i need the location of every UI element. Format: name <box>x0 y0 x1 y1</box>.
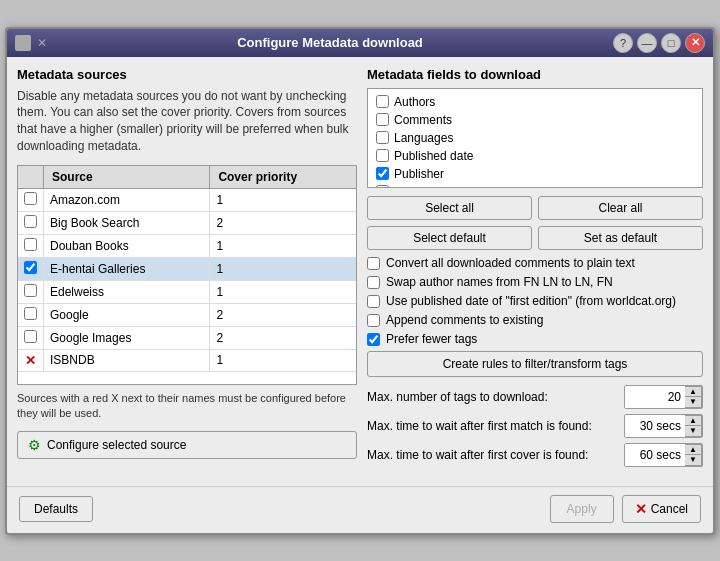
help-button[interactable]: ? <box>613 33 633 53</box>
table-row[interactable]: ✕ISBNDB1 <box>18 349 356 371</box>
window-title: Configure Metadata download <box>47 35 613 50</box>
field-checkbox[interactable] <box>376 185 389 188</box>
spinner-row: Max. time to wait after first match is f… <box>367 414 703 438</box>
option-label: Prefer fewer tags <box>386 332 477 346</box>
source-checkbox[interactable] <box>24 284 37 297</box>
cancel-label: Cancel <box>651 502 688 516</box>
source-checkbox[interactable] <box>24 238 37 251</box>
option-label: Use published date of "first edition" (f… <box>386 294 676 308</box>
source-name: E-hentai Galleries <box>44 257 210 280</box>
table-row[interactable]: Google Images2 <box>18 326 356 349</box>
source-checkbox[interactable] <box>24 307 37 320</box>
close-button[interactable]: ✕ <box>685 33 705 53</box>
option-checkbox[interactable] <box>367 276 380 289</box>
field-checkbox[interactable] <box>376 131 389 144</box>
defaults-button[interactable]: Defaults <box>19 496 93 522</box>
field-label: Languages <box>394 131 453 145</box>
error-icon: ✕ <box>25 353 36 368</box>
option-checkbox[interactable] <box>367 257 380 270</box>
table-row[interactable]: Douban Books1 <box>18 234 356 257</box>
right-panel: Metadata fields to download AuthorsComme… <box>367 67 703 472</box>
field-label: Published date <box>394 149 473 163</box>
field-label: Publisher <box>394 167 444 181</box>
source-checkbox[interactable] <box>24 192 37 205</box>
source-priority: 2 <box>210 211 356 234</box>
spinners-list: Max. number of tags to download:▲▼Max. t… <box>367 385 703 467</box>
source-checkbox[interactable] <box>24 215 37 228</box>
action-buttons: Apply ✕ Cancel <box>550 495 701 523</box>
field-checkbox[interactable] <box>376 113 389 126</box>
source-checkbox[interactable] <box>24 261 37 274</box>
source-name: Douban Books <box>44 234 210 257</box>
field-checkbox[interactable] <box>376 95 389 108</box>
fields-buttons: Select all Clear all <box>367 196 703 220</box>
transform-rules-button[interactable]: Create rules to filter/transform tags <box>367 351 703 377</box>
option-row: Use published date of "first edition" (f… <box>367 294 703 308</box>
spinner-input[interactable] <box>625 386 685 408</box>
select-all-button[interactable]: Select all <box>367 196 532 220</box>
options-list: Convert all downloaded comments to plain… <box>367 256 703 346</box>
field-label: Authors <box>394 95 435 109</box>
bottom-bar: Defaults Apply ✕ Cancel <box>7 486 713 533</box>
spinner-down-button[interactable]: ▼ <box>685 426 701 436</box>
clear-all-button[interactable]: Clear all <box>538 196 703 220</box>
list-item: Rating <box>372 183 698 188</box>
app-icon <box>15 35 31 51</box>
field-checkbox[interactable] <box>376 149 389 162</box>
titlebar: ✕ Configure Metadata download ? — □ ✕ <box>7 29 713 57</box>
table-row[interactable]: Google2 <box>18 303 356 326</box>
source-priority: 2 <box>210 326 356 349</box>
table-row[interactable]: E-hentai Galleries1 <box>18 257 356 280</box>
spinner-down-button[interactable]: ▼ <box>685 455 701 465</box>
source-priority: 2 <box>210 303 356 326</box>
spinner-row: Max. number of tags to download:▲▼ <box>367 385 703 409</box>
configure-icon: ⚙ <box>28 437 41 453</box>
spinner-label: Max. time to wait after first match is f… <box>367 419 618 433</box>
sources-table-container: Source Cover priority Amazon.com1Big Boo… <box>17 165 357 385</box>
source-name: Google <box>44 303 210 326</box>
content-area: Metadata sources Disable any metadata so… <box>7 57 713 482</box>
field-label: Rating <box>394 185 429 188</box>
col-header-source: Source <box>44 166 210 189</box>
configure-source-button[interactable]: ⚙ Configure selected source <box>17 431 357 459</box>
configure-btn-label: Configure selected source <box>47 438 186 452</box>
spinner-input[interactable] <box>625 444 685 466</box>
left-description: Disable any metadata sources you do not … <box>17 88 357 155</box>
source-priority: 1 <box>210 188 356 211</box>
fields-box: AuthorsCommentsLanguagesPublished datePu… <box>367 88 703 188</box>
option-label: Swap author names from FN LN to LN, FN <box>386 275 613 289</box>
titlebar-left: ✕ <box>15 35 47 51</box>
field-checkbox[interactable] <box>376 167 389 180</box>
spinner-up-button[interactable]: ▲ <box>685 416 701 426</box>
set-as-default-button[interactable]: Set as default <box>538 226 703 250</box>
maximize-button[interactable]: □ <box>661 33 681 53</box>
source-priority: 1 <box>210 257 356 280</box>
table-row[interactable]: Edelweiss1 <box>18 280 356 303</box>
source-priority: 1 <box>210 280 356 303</box>
left-section-title: Metadata sources <box>17 67 357 82</box>
spinner-input[interactable] <box>625 415 685 437</box>
apply-button[interactable]: Apply <box>550 495 614 523</box>
spinner-up-button[interactable]: ▲ <box>685 387 701 397</box>
table-row[interactable]: Amazon.com1 <box>18 188 356 211</box>
option-checkbox[interactable] <box>367 314 380 327</box>
cancel-button[interactable]: ✕ Cancel <box>622 495 701 523</box>
table-row[interactable]: Big Book Search2 <box>18 211 356 234</box>
option-checkbox[interactable] <box>367 295 380 308</box>
option-checkbox[interactable] <box>367 333 380 346</box>
option-row: Append comments to existing <box>367 313 703 327</box>
list-item: Publisher <box>372 165 698 183</box>
right-section-title: Metadata fields to download <box>367 67 703 82</box>
left-panel: Metadata sources Disable any metadata so… <box>17 67 357 472</box>
select-default-button[interactable]: Select default <box>367 226 532 250</box>
source-name: Big Book Search <box>44 211 210 234</box>
warning-text: Sources with a red X next to their names… <box>17 391 357 422</box>
minimize-button[interactable]: — <box>637 33 657 53</box>
source-checkbox[interactable] <box>24 330 37 343</box>
source-priority: 1 <box>210 349 356 371</box>
spinner-group: ▲▼ <box>624 414 703 438</box>
source-name: Edelweiss <box>44 280 210 303</box>
spinner-down-button[interactable]: ▼ <box>685 397 701 407</box>
source-name: Google Images <box>44 326 210 349</box>
spinner-up-button[interactable]: ▲ <box>685 445 701 455</box>
